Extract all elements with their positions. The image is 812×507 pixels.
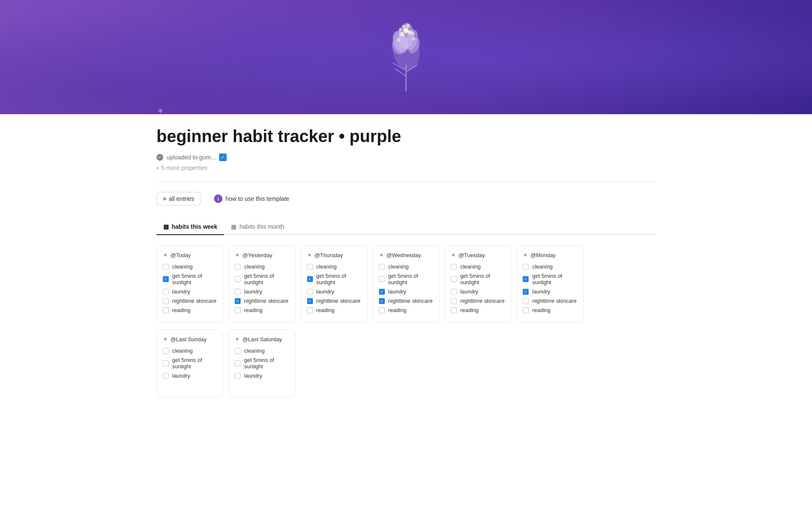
habit-label: cleaning: [388, 263, 409, 270]
habit-item: get 5mins of sunlight: [451, 273, 505, 285]
habit-label: cleaning: [172, 348, 192, 354]
more-properties-label: 5 more properties: [161, 164, 208, 171]
habit-item: cleaning: [163, 348, 217, 354]
habit-label: get 5mins of sunlight: [460, 273, 505, 285]
habit-checkbox-1[interactable]: ✓: [307, 276, 313, 282]
habit-checkbox-0[interactable]: [379, 264, 385, 270]
card-header: ✦ @Last Saturday: [235, 336, 289, 343]
habit-item: reading: [523, 307, 577, 313]
habit-checkbox-1[interactable]: ✓: [163, 276, 169, 282]
habit-checkbox-2[interactable]: ✓: [523, 289, 529, 295]
habit-checkbox-3[interactable]: [451, 298, 457, 304]
empty-card-bottom-4: [589, 329, 656, 397]
hero-banner: ✦ ✦: [0, 0, 812, 114]
habit-checkbox-3[interactable]: ✓: [307, 298, 313, 304]
how-to-link[interactable]: i how to use this template: [214, 195, 289, 203]
card-header: ✦ @Monday: [523, 252, 577, 258]
habit-card-bottom-0: ✦ @Last Sunday cleaning get 5mins of sun…: [156, 329, 223, 397]
habit-item: get 5mins of sunlight: [235, 273, 289, 285]
habit-checkbox-3[interactable]: [163, 298, 169, 304]
habit-checkbox-4[interactable]: [379, 307, 385, 313]
habit-label: laundry: [172, 373, 190, 379]
habit-checkbox-2[interactable]: [163, 373, 169, 379]
habit-checkbox-0[interactable]: [235, 264, 241, 270]
habit-label: reading: [172, 307, 190, 313]
habit-label: reading: [244, 307, 262, 313]
tab-habits-month-label: habits this month: [239, 223, 284, 230]
sparkle-icon: ✦: [523, 252, 528, 258]
habit-checkbox-3[interactable]: ✓: [235, 298, 241, 304]
habit-item: nighttime skincare: [451, 298, 505, 304]
habit-item: cleaning: [307, 263, 361, 270]
card-day-label: @Yesterday: [242, 252, 272, 258]
tab-habits-week[interactable]: ▦ habits this week: [156, 219, 224, 235]
card-day-label: @Wednesday: [387, 252, 421, 258]
habit-checkbox-1[interactable]: [235, 276, 241, 282]
habit-item: cleaning: [235, 348, 289, 354]
habit-checkbox-4[interactable]: [163, 307, 169, 313]
habit-label: nighttime skincare: [244, 298, 288, 304]
habit-checkbox-0[interactable]: [163, 264, 169, 270]
habit-checkbox-0[interactable]: [523, 264, 529, 270]
habit-label: get 5mins of sunlight: [532, 273, 577, 285]
habit-checkbox-1[interactable]: [379, 276, 385, 282]
habit-checkbox-2[interactable]: [451, 289, 457, 295]
habit-checkbox-4[interactable]: [451, 307, 457, 313]
habit-checkbox-1[interactable]: [163, 360, 169, 366]
habit-item: ✓ get 5mins of sunlight: [307, 273, 361, 285]
page-content: beginner habit tracker • purple ✓ upload…: [131, 114, 681, 422]
card-header: ✦ @Wednesday: [379, 252, 433, 258]
habit-label: laundry: [244, 288, 262, 295]
svg-point-16: [406, 24, 410, 28]
habit-item: laundry: [163, 288, 217, 295]
habit-checkbox-1[interactable]: ✓: [523, 276, 529, 282]
content-divider: [156, 181, 656, 182]
more-properties-toggle[interactable]: ▾ 5 more properties: [156, 164, 656, 171]
card-day-label: @Last Sunday: [170, 336, 206, 343]
habit-checkbox-1[interactable]: [235, 360, 241, 366]
week-cards-grid: ✦ @Today cleaning ✓ get 5mins of sunligh…: [156, 245, 656, 323]
habit-label: reading: [316, 307, 335, 313]
habit-checkbox-4[interactable]: [307, 307, 313, 313]
sparkle-icon: ✦: [235, 252, 240, 258]
habit-checkbox-0[interactable]: [451, 264, 457, 270]
habit-checkbox-2[interactable]: ✓: [379, 289, 385, 295]
tab-habits-week-label: habits this week: [172, 223, 217, 230]
habit-item: laundry: [451, 288, 505, 295]
habit-label: laundry: [244, 373, 262, 379]
habit-label: cleaning: [244, 263, 264, 270]
habit-label: cleaning: [316, 263, 337, 270]
habit-checkbox-0[interactable]: [307, 264, 313, 270]
habit-label: cleaning: [244, 348, 264, 354]
habit-checkbox-3[interactable]: ✓: [379, 298, 385, 304]
tab-habits-month[interactable]: ▦ habits this month: [224, 219, 291, 235]
habit-card-monday: ✦ @Monday cleaning ✓ get 5mins of sunlig…: [516, 245, 583, 323]
habit-checkbox-0[interactable]: [163, 348, 169, 354]
sparkle-icon: ✦: [379, 252, 384, 258]
card-header: ✦ @Tuesday: [451, 252, 505, 258]
uploaded-checkbox[interactable]: ✓: [219, 153, 227, 161]
habit-checkbox-0[interactable]: [235, 348, 241, 354]
habit-label: nighttime skincare: [388, 298, 433, 304]
habit-checkbox-4[interactable]: [523, 307, 529, 313]
habit-checkbox-2[interactable]: [235, 289, 241, 295]
empty-card-bottom-1: [373, 329, 439, 397]
habit-label: nighttime skincare: [460, 298, 505, 304]
empty-card-bottom-0: [301, 329, 368, 397]
habit-item: reading: [235, 307, 289, 313]
habit-checkbox-4[interactable]: [235, 307, 241, 313]
habit-label: get 5mins of sunlight: [388, 273, 433, 285]
svg-point-13: [412, 37, 415, 40]
habit-checkbox-2[interactable]: [163, 289, 169, 295]
habit-checkbox-2[interactable]: [307, 289, 313, 295]
habit-label: laundry: [532, 288, 550, 295]
habit-item: get 5mins of sunlight: [235, 357, 289, 370]
habit-checkbox-2[interactable]: [235, 373, 241, 379]
habit-item: ✓ nighttime skincare: [307, 298, 361, 304]
all-entries-button[interactable]: ≡ all entries: [156, 192, 200, 206]
habit-checkbox-1[interactable]: [451, 276, 457, 282]
habit-item: ✓ nighttime skincare: [379, 298, 433, 304]
habit-checkbox-3[interactable]: [523, 298, 529, 304]
sparkle-icon: ✦: [307, 252, 312, 258]
verified-icon: ✓: [156, 154, 163, 161]
